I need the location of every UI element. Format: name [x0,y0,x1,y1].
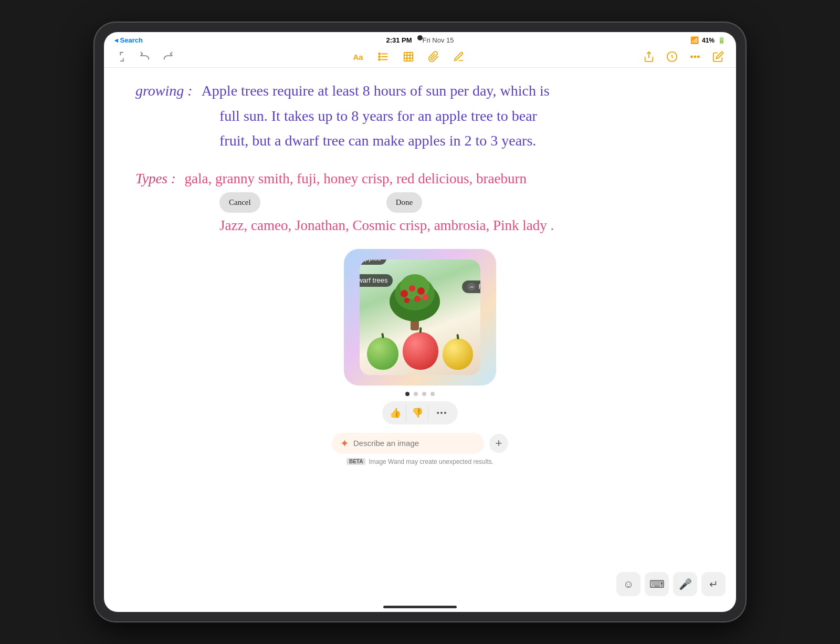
dot-4[interactable] [430,392,435,396]
svg-point-25 [414,296,421,302]
back-button[interactable]: ◂ Search [114,36,143,44]
emoji-keyboard-button[interactable]: ☺ [616,572,640,596]
svg-point-24 [404,298,410,303]
svg-point-22 [417,287,425,295]
return-button[interactable]: ↵ [701,572,726,596]
svg-point-5 [379,59,380,60]
dot-1[interactable] [405,392,410,396]
table-icon[interactable] [401,49,416,64]
growing-line3: fruit, but a dwarf tree can make apples … [135,128,705,153]
apple-illustration: − Apples − Fiber − Dwarf trees [360,259,480,375]
status-date: Fri Nov 15 [423,36,454,44]
types-label: Types : [135,171,176,186]
pencil-icon[interactable] [665,49,679,64]
format-text-icon[interactable]: Aa [351,49,365,64]
draw-icon[interactable] [452,49,466,64]
ipad-screen: ◂ Search 2:31 PM Fri Nov 15 📶 41% 🔋 [104,32,736,612]
microphone-button[interactable]: 🎤 [673,572,697,596]
redo-icon[interactable] [161,49,175,64]
red-apple [403,332,438,370]
wand-row: ✦ + [332,433,508,454]
format-label: Aa [353,53,363,61]
types-line1: gala, granny smith, fuji, honey crisp, r… [184,171,527,186]
types-section: Types : gala, granny smith, fuji, honey … [135,166,705,238]
battery-icon: 🔋 [718,37,726,44]
wand-text-input[interactable] [353,439,448,448]
svg-point-15 [698,56,699,58]
ipad-frame: ◂ Search 2:31 PM Fri Nov 15 📶 41% 🔋 [94,23,746,621]
status-left: ◂ Search [114,36,143,44]
toolbar: Aa [104,46,736,68]
wand-input-wrap: ✦ [332,433,484,454]
svg-rect-6 [404,53,413,61]
growing-label: growing : [135,82,193,99]
beta-notice-text: Image Wand may create unexpected results… [369,458,494,465]
growing-section: growing : Apple trees require at least 8… [135,78,705,153]
types-line2: Jazz, cameo, Jonathan, Cosmic crisp, amb… [135,213,705,238]
attachment-icon[interactable] [426,49,441,64]
more-options-icon[interactable] [688,49,702,64]
thumbs-up-button[interactable]: 👍 [390,404,406,421]
undo-icon[interactable] [138,49,152,64]
action-buttons: 👍 👎 ••• [382,401,458,424]
home-bar [383,606,457,608]
dwarf-trees-tag[interactable]: − Dwarf trees [360,274,393,287]
dot-3[interactable] [422,392,426,396]
svg-point-21 [409,285,415,292]
fiber-tag[interactable]: − Fiber [462,281,480,293]
bottom-toolbar: ☺ ⌨ 🎤 ↵ [104,567,736,601]
image-section: − Apples − Fiber − Dwarf trees [135,249,705,465]
wifi-icon: 📶 [690,36,699,44]
dot-2[interactable] [414,392,418,396]
collapse-icon[interactable] [114,49,129,64]
yellow-apple [443,338,473,370]
apples-tag[interactable]: − Apples [360,259,386,265]
svg-point-23 [422,294,428,300]
growing-line1: Apple trees require at least 8 hours of … [202,82,550,99]
svg-point-20 [401,290,408,297]
growing-line2: full sun. It takes up to 8 years for an … [135,103,705,129]
svg-point-13 [691,56,692,58]
wand-icon: ✦ [340,437,349,450]
keyboard-button[interactable]: ⌨ [645,572,669,596]
done-button[interactable]: Done [386,192,423,213]
home-indicator [104,601,736,612]
ground-apples [367,332,473,370]
wand-plus-button[interactable]: + [489,434,508,453]
fiber-tag-minus[interactable]: − [467,283,476,291]
svg-point-14 [695,56,696,58]
pagination-dots [405,392,435,396]
beta-notice: BETA Image Wand may create unexpected re… [346,458,494,465]
status-right: 📶 41% 🔋 [690,36,726,44]
status-time: 2:31 PM [386,36,412,44]
toolbar-center: Aa [175,49,642,64]
main-content: growing : Apple trees require at least 8… [104,68,736,567]
battery-label: 41% [702,37,715,44]
list-icon[interactable] [376,49,391,64]
thumbs-down-button[interactable]: 👎 [412,404,428,421]
toolbar-left [114,49,175,64]
more-actions-button[interactable]: ••• [434,404,450,421]
share-icon[interactable] [642,49,656,64]
beta-badge: BETA [346,458,365,465]
svg-point-4 [379,56,380,58]
apple-image-card: − Apples − Fiber − Dwarf trees [344,249,496,386]
green-apple [367,337,398,370]
svg-point-3 [379,53,380,55]
edit-icon[interactable] [711,49,726,64]
status-bar: ◂ Search 2:31 PM Fri Nov 15 📶 41% 🔋 [104,32,736,46]
cancel-button[interactable]: Cancel [219,192,260,213]
toolbar-right [642,49,726,64]
